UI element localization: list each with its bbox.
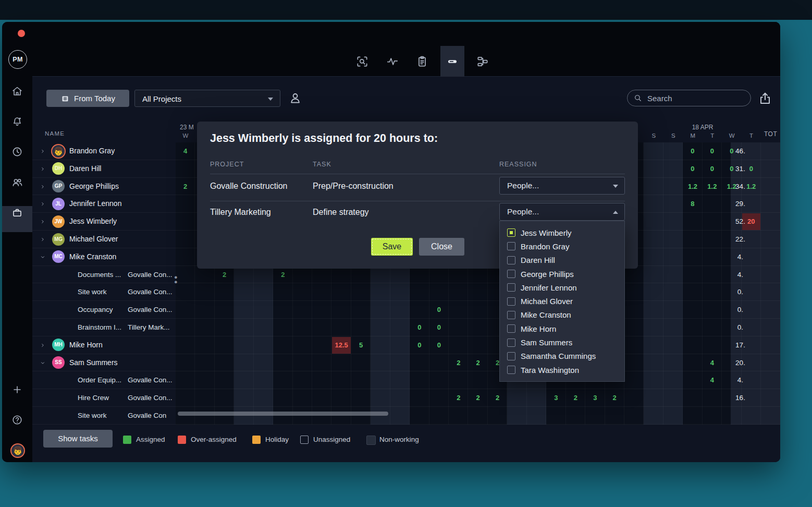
schedule-cell-value[interactable]: 4 bbox=[176, 142, 195, 160]
dropdown-option[interactable]: Michael Glover bbox=[500, 294, 624, 308]
table-row[interactable]: MHMike Horn12.550017. bbox=[32, 336, 780, 354]
schedule-cell-value[interactable]: 2 bbox=[488, 389, 507, 407]
avatar: MH bbox=[52, 339, 65, 351]
sidebar-item-portfolio[interactable] bbox=[11, 207, 23, 219]
checkbox-unchecked[interactable] bbox=[507, 352, 515, 360]
checkbox-unchecked[interactable] bbox=[507, 339, 515, 347]
search-input[interactable] bbox=[646, 93, 737, 103]
checkbox-unchecked[interactable] bbox=[507, 283, 515, 292]
dropdown-option[interactable]: Mike Cranston bbox=[500, 308, 624, 322]
schedule-cell-value[interactable]: 0 bbox=[429, 319, 449, 336]
checkbox-unchecked[interactable] bbox=[507, 270, 515, 278]
dropdown-option[interactable]: Daren Hill bbox=[500, 254, 624, 267]
dropdown-option[interactable]: Samantha Cummings bbox=[500, 349, 624, 363]
schedule-cell-value[interactable]: 2 bbox=[468, 354, 487, 372]
chevron-down-icon[interactable] bbox=[40, 254, 46, 260]
day-letter: T bbox=[703, 132, 722, 139]
schedule-cell-value[interactable]: 5 bbox=[351, 336, 371, 354]
panel-resize-handle[interactable]: ●● bbox=[174, 275, 178, 284]
reassign-select-1[interactable]: People... bbox=[499, 177, 625, 195]
sidebar-item-add[interactable] bbox=[11, 383, 23, 396]
chevron-right-icon[interactable] bbox=[40, 219, 46, 225]
schedule-cell-value[interactable]: 4 bbox=[703, 371, 722, 389]
schedule-cell-value[interactable]: 0 bbox=[410, 336, 429, 354]
search-box[interactable] bbox=[627, 90, 751, 106]
schedule-cell-value[interactable]: 0 bbox=[410, 319, 429, 336]
show-tasks-button[interactable]: Show tasks bbox=[43, 430, 113, 448]
schedule-cell-value[interactable]: 2 bbox=[605, 389, 624, 407]
workflow-icon[interactable] bbox=[476, 55, 489, 68]
close-button[interactable]: Close bbox=[419, 238, 464, 256]
dropdown-option[interactable]: Brandon Gray bbox=[500, 239, 624, 253]
chevron-right-icon[interactable] bbox=[40, 148, 46, 154]
sidebar-item-home[interactable] bbox=[11, 85, 23, 98]
total-hours: 20. bbox=[731, 354, 750, 372]
table-row[interactable]: SSSam Summers222420. bbox=[32, 354, 780, 372]
avatar: GP bbox=[52, 180, 65, 192]
schedule-cell-value[interactable]: 0 bbox=[429, 301, 449, 319]
schedule-cell-value[interactable]: 2 bbox=[449, 389, 468, 407]
schedule-cell-value[interactable]: 2 bbox=[176, 178, 195, 196]
scan-search-icon[interactable] bbox=[355, 55, 369, 68]
schedule-cell-value[interactable]: 0 bbox=[683, 160, 702, 178]
table-row[interactable]: Hire CrewGovalle Con...222323216. bbox=[32, 389, 780, 407]
schedule-cell-value[interactable]: 2 bbox=[449, 354, 468, 372]
checkbox-unchecked[interactable] bbox=[507, 324, 515, 333]
checkbox-unchecked[interactable] bbox=[507, 297, 515, 306]
caret-down-icon bbox=[267, 97, 274, 101]
dropdown-option[interactable]: Jess Wimberly bbox=[500, 226, 624, 239]
activity-icon[interactable] bbox=[386, 55, 399, 68]
chevron-right-icon[interactable] bbox=[40, 236, 46, 243]
dropdown-option[interactable]: George Phillips bbox=[500, 267, 624, 281]
timeline-icon[interactable] bbox=[446, 55, 459, 68]
schedule-cell-value[interactable]: 2 bbox=[468, 389, 487, 407]
person-name: Michael Glover bbox=[69, 231, 118, 248]
schedule-cell-value[interactable]: 3 bbox=[546, 389, 565, 407]
save-button[interactable]: Save bbox=[371, 238, 413, 256]
table-row[interactable]: Site workGovalle Con bbox=[32, 407, 780, 425]
schedule-cell-value[interactable]: 3 bbox=[585, 389, 605, 407]
project-filter-select[interactable]: All Projects bbox=[134, 90, 280, 107]
schedule-cell-value[interactable]: 1.2 bbox=[703, 178, 722, 196]
sidebar-item-team[interactable] bbox=[11, 176, 23, 189]
from-today-button[interactable]: From Today bbox=[46, 90, 129, 107]
horizontal-scrollbar[interactable] bbox=[178, 412, 388, 416]
table-row[interactable]: Order Equip...Govalle Con...44. bbox=[32, 371, 780, 389]
sidebar-item-time[interactable] bbox=[11, 146, 23, 158]
chevron-right-icon[interactable] bbox=[40, 342, 46, 348]
user-avatar[interactable]: 👦 bbox=[10, 443, 25, 458]
schedule-cell-value[interactable]: 2 bbox=[566, 389, 585, 407]
people-filter-icon[interactable] bbox=[288, 91, 302, 105]
table-row[interactable]: Site workGovalle Con...0. bbox=[32, 283, 780, 301]
schedule-cell-value[interactable]: 8 bbox=[683, 195, 702, 213]
schedule-cell-value[interactable]: 1.2 bbox=[683, 178, 702, 196]
schedule-cell-value[interactable]: 0 bbox=[429, 336, 449, 354]
schedule-cell-value[interactable]: 12.5 bbox=[331, 336, 351, 354]
clipboard-icon[interactable] bbox=[415, 55, 429, 68]
traffic-light-close[interactable] bbox=[18, 30, 25, 37]
checkbox-unchecked[interactable] bbox=[507, 366, 515, 374]
chevron-right-icon[interactable] bbox=[40, 201, 46, 207]
sidebar-item-help[interactable] bbox=[11, 414, 23, 426]
table-row[interactable]: OccupancyGovalle Con...00. bbox=[32, 301, 780, 319]
checkbox-unchecked[interactable] bbox=[507, 242, 515, 250]
export-icon[interactable] bbox=[757, 90, 773, 106]
checkbox-unchecked[interactable] bbox=[507, 256, 515, 264]
dropdown-option[interactable]: Sam Summers bbox=[500, 335, 624, 349]
checkbox-checked[interactable] bbox=[507, 228, 515, 237]
chevron-right-icon[interactable] bbox=[40, 184, 46, 190]
legend-swatch-non-working bbox=[366, 436, 376, 445]
dropdown-option[interactable]: Jennifer Lennon bbox=[500, 281, 624, 294]
schedule-cell-value[interactable]: 0 bbox=[703, 160, 722, 178]
schedule-cell-value[interactable]: 0 bbox=[683, 142, 702, 160]
checkbox-unchecked[interactable] bbox=[507, 311, 515, 319]
chevron-right-icon[interactable] bbox=[40, 166, 46, 172]
sidebar-item-notifications[interactable] bbox=[11, 115, 23, 128]
schedule-cell-value[interactable]: 4 bbox=[703, 354, 722, 372]
dropdown-option[interactable]: Tara Washington bbox=[500, 363, 624, 377]
schedule-cell-value[interactable]: 0 bbox=[703, 142, 722, 160]
dropdown-option[interactable]: Mike Horn bbox=[500, 322, 624, 335]
chevron-down-icon[interactable] bbox=[40, 360, 46, 366]
table-row[interactable]: Brainstorm I...Tillery Mark...000. bbox=[32, 319, 780, 336]
reassign-select-2[interactable]: People... bbox=[499, 203, 625, 221]
